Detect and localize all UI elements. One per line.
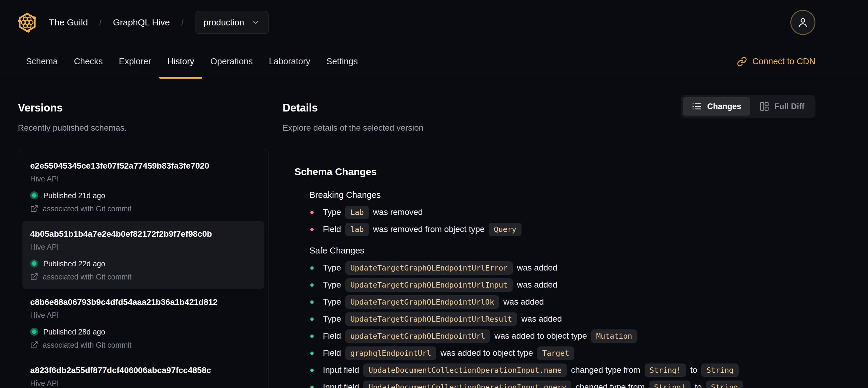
change-row: TypeUpdateTargetGraphQLEndpointUrlResult…	[309, 310, 815, 328]
version-status-row: Published 28d ago	[30, 327, 256, 336]
change-row-parts: Fieldlabwas removed from object typeQuer…	[323, 223, 526, 236]
versions-title: Versions	[18, 101, 269, 114]
full-diff-toggle-button[interactable]: Full Diff	[750, 97, 813, 116]
change-text: Type	[323, 297, 341, 307]
published-status-text: Published 22d ago	[43, 259, 105, 268]
change-row: Input fieldUpdateDocumentCollectionOpera…	[309, 362, 815, 379]
code-badge: UpdateTargetGraphQLEndpointUrlError	[345, 261, 513, 275]
top-bar: The Guild / GraphQL Hive / production	[0, 0, 868, 45]
breadcrumb-separator: /	[99, 18, 101, 28]
person-icon	[796, 16, 809, 29]
bullet-dot	[310, 368, 314, 372]
change-text: Type	[323, 263, 341, 273]
code-badge: UpdateDocumentCollectionOperationInput.n…	[363, 363, 567, 377]
breadcrumb-org[interactable]: The Guild	[49, 17, 88, 28]
change-text: Type	[323, 280, 341, 290]
version-service-name: Hive API	[30, 174, 256, 183]
version-hash: e2e55045345ce13fe07f52a77459b83fa3fe7020	[30, 160, 256, 171]
change-group: Breaking Changes TypeLabwas removed Fiel…	[309, 189, 815, 238]
change-text: Type	[323, 314, 341, 324]
tab-schema[interactable]: Schema	[18, 45, 66, 78]
code-badge: UpdateTargetGraphQLEndpointUrlResult	[345, 312, 517, 326]
tabs-row: SchemaChecksExplorerHistoryOperationsLab…	[0, 45, 868, 78]
change-text: Field	[323, 348, 341, 358]
change-text: was removed from object type	[373, 225, 485, 234]
change-row: FieldgraphqlEndpointUrlwas added to obje…	[309, 345, 815, 362]
link-icon	[737, 57, 747, 67]
versions-subtitle: Recently published schemas.	[18, 123, 269, 133]
tab-operations[interactable]: Operations	[202, 45, 261, 78]
version-service-name: Hive API	[30, 310, 256, 320]
change-row: TypeUpdateTargetGraphQLEndpointUrlOkwas …	[309, 294, 815, 310]
code-badge: Query	[489, 223, 521, 236]
tab-settings[interactable]: Settings	[318, 45, 366, 78]
version-list-item[interactable]: 4b05ab51b1b4a7e2e4b0ef82172f2b9f7ef98c0b…	[22, 221, 265, 289]
change-text: Field	[323, 331, 341, 341]
details-title: Details	[283, 101, 424, 114]
code-badge: String!	[649, 381, 690, 388]
change-row-parts: TypeUpdateTargetGraphQLEndpointUrlOkwas …	[323, 295, 544, 309]
change-row-parts: TypeUpdateTargetGraphQLEndpointUrlInputw…	[323, 278, 557, 292]
bullet-dot	[310, 266, 314, 270]
version-hash: c8b6e88a06793b9c4dfd54aaa21b36a1b421d812	[30, 297, 256, 307]
code-badge: lab	[345, 223, 369, 236]
schema-changes-section: Schema Changes Breaking Changes TypeLabw…	[294, 166, 815, 388]
breadcrumb-project[interactable]: GraphQL Hive	[113, 17, 170, 28]
published-status-dot	[30, 191, 38, 199]
tab-history[interactable]: History	[159, 45, 202, 78]
change-row: FieldupdateTargetGraphQLEndpointUrlwas a…	[309, 328, 815, 345]
version-list-item[interactable]: a823f6db2a55df877dcf406006abca97fcc4858c…	[22, 357, 265, 388]
code-badge: UpdateTargetGraphQLEndpointUrlInput	[345, 278, 513, 292]
version-list-item[interactable]: c8b6e88a06793b9c4dfd54aaa21b36a1b421d812…	[22, 289, 265, 357]
git-commit-link[interactable]: associated with Git commit	[30, 340, 256, 350]
change-group-items: TypeLabwas removed Fieldlabwas removed f…	[309, 204, 815, 238]
connect-to-cdn-label: Connect to CDN	[752, 57, 815, 66]
external-link-icon	[30, 341, 38, 349]
bullet-dot	[310, 334, 314, 338]
hive-logo-icon[interactable]	[17, 9, 38, 35]
chevron-down-icon	[251, 18, 260, 27]
code-badge: Mutation	[591, 329, 637, 343]
version-list-item[interactable]: e2e55045345ce13fe07f52a77459b83fa3fe7020…	[22, 153, 265, 221]
code-badge: String!	[645, 363, 686, 377]
target-selector-value: production	[204, 18, 244, 28]
bullet-dot	[310, 283, 314, 287]
git-commit-label: associated with Git commit	[43, 340, 131, 350]
tabs: SchemaChecksExplorerHistoryOperationsLab…	[18, 45, 366, 78]
change-row: Input fieldUpdateDocumentCollectionOpera…	[309, 379, 815, 388]
code-badge: UpdateTargetGraphQLEndpointUrlOk	[345, 295, 499, 309]
tab-checks[interactable]: Checks	[66, 45, 111, 78]
change-text: was added	[503, 297, 544, 307]
changes-toggle-button[interactable]: Changes	[683, 97, 750, 116]
git-commit-label: associated with Git commit	[43, 204, 131, 213]
user-avatar-button[interactable]	[790, 10, 815, 35]
versions-panel: Versions Recently published schemas. e2e…	[18, 93, 269, 388]
version-hash: a823f6db2a55df877dcf406006abca97fcc4858c	[30, 365, 256, 376]
change-text: to	[695, 382, 702, 388]
code-badge: UpdateDocumentCollectionOperationInput.q…	[363, 381, 571, 388]
code-badge: String	[701, 363, 738, 377]
change-text: changed type from	[571, 365, 641, 375]
details-panel: Details Explore details of the selected …	[283, 93, 815, 388]
tab-laboratory[interactable]: Laboratory	[261, 45, 318, 78]
change-text: Input field	[323, 365, 359, 375]
change-text: was added	[522, 314, 562, 324]
code-badge: graphqlEndpointUrl	[345, 347, 436, 360]
target-selector[interactable]: production	[195, 11, 269, 34]
change-row-parts: TypeUpdateTargetGraphQLEndpointUrlErrorw…	[323, 261, 557, 275]
version-status-row: Published 21d ago	[30, 191, 256, 200]
change-text: was added	[517, 263, 557, 273]
git-commit-link[interactable]: associated with Git commit	[30, 204, 256, 213]
change-group-title: Safe Changes	[309, 245, 815, 256]
code-badge: Lab	[345, 206, 369, 219]
change-row: TypeUpdateTargetGraphQLEndpointUrlErrorw…	[309, 260, 815, 276]
code-badge: Target	[537, 347, 574, 360]
change-row: TypeUpdateTargetGraphQLEndpointUrlInputw…	[309, 276, 815, 294]
git-commit-link[interactable]: associated with Git commit	[30, 272, 256, 281]
code-badge: String	[706, 381, 743, 388]
full-diff-toggle-label: Full Diff	[775, 102, 804, 111]
bullet-dot	[310, 318, 314, 321]
tab-explorer[interactable]: Explorer	[111, 45, 159, 78]
change-group-title: Breaking Changes	[309, 189, 815, 200]
connect-to-cdn-button[interactable]: Connect to CDN	[737, 57, 815, 67]
